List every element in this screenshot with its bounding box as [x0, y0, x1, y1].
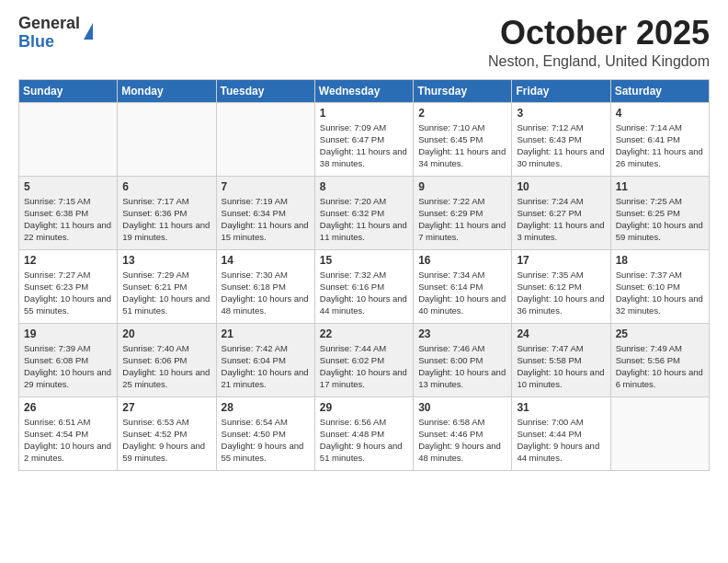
day-cell: 1Sunrise: 7:09 AM Sunset: 6:47 PM Daylig…	[314, 102, 413, 176]
day-cell: 28Sunrise: 6:54 AM Sunset: 4:50 PM Dayli…	[216, 396, 314, 470]
day-number: 28	[222, 401, 310, 414]
day-cell: 10Sunrise: 7:24 AM Sunset: 6:27 PM Dayli…	[512, 176, 610, 249]
day-number: 22	[320, 327, 408, 340]
day-cell: 21Sunrise: 7:42 AM Sunset: 6:04 PM Dayli…	[216, 323, 314, 396]
day-info: Sunrise: 7:47 AM Sunset: 5:58 PM Dayligh…	[517, 342, 605, 391]
day-cell: 23Sunrise: 7:46 AM Sunset: 6:00 PM Dayli…	[414, 323, 512, 396]
day-cell: 16Sunrise: 7:34 AM Sunset: 6:14 PM Dayli…	[414, 249, 512, 323]
day-info: Sunrise: 7:17 AM Sunset: 6:36 PM Dayligh…	[122, 195, 210, 244]
day-number: 2	[418, 107, 506, 120]
day-cell: 14Sunrise: 7:30 AM Sunset: 6:18 PM Dayli…	[216, 249, 314, 323]
logo-text: General Blue	[18, 15, 80, 52]
day-info: Sunrise: 7:37 AM Sunset: 6:10 PM Dayligh…	[616, 269, 704, 317]
day-number: 29	[320, 401, 408, 414]
day-number: 9	[418, 180, 506, 193]
day-info: Sunrise: 7:14 AM Sunset: 6:41 PM Dayligh…	[616, 121, 704, 170]
day-info: Sunrise: 6:56 AM Sunset: 4:48 PM Dayligh…	[320, 416, 408, 465]
day-info: Sunrise: 7:34 AM Sunset: 6:14 PM Dayligh…	[418, 269, 506, 317]
day-cell: 20Sunrise: 7:40 AM Sunset: 6:06 PM Dayli…	[118, 323, 216, 396]
day-cell: 6Sunrise: 7:17 AM Sunset: 6:36 PM Daylig…	[118, 176, 216, 249]
header-wednesday: Wednesday	[314, 79, 413, 102]
month-title: October 2025	[488, 15, 710, 52]
day-cell: 24Sunrise: 7:47 AM Sunset: 5:58 PM Dayli…	[512, 323, 610, 396]
day-info: Sunrise: 7:00 AM Sunset: 4:44 PM Dayligh…	[517, 416, 605, 465]
day-info: Sunrise: 7:49 AM Sunset: 5:56 PM Dayligh…	[616, 342, 704, 391]
day-number: 31	[517, 401, 605, 414]
day-info: Sunrise: 6:53 AM Sunset: 4:52 PM Dayligh…	[122, 416, 210, 465]
day-number: 26	[24, 401, 112, 414]
day-cell: 26Sunrise: 6:51 AM Sunset: 4:54 PM Dayli…	[19, 396, 118, 470]
day-number: 1	[320, 107, 408, 120]
day-number: 17	[517, 254, 605, 267]
day-info: Sunrise: 7:09 AM Sunset: 6:47 PM Dayligh…	[320, 121, 408, 170]
page: General Blue October 2025 Neston, Englan…	[0, 0, 728, 563]
day-cell: 2Sunrise: 7:10 AM Sunset: 6:45 PM Daylig…	[414, 102, 512, 176]
header-tuesday: Tuesday	[216, 79, 314, 102]
day-cell: 15Sunrise: 7:32 AM Sunset: 6:16 PM Dayli…	[314, 249, 413, 323]
location: Neston, England, United Kingdom	[488, 53, 710, 70]
day-cell: 4Sunrise: 7:14 AM Sunset: 6:41 PM Daylig…	[610, 102, 709, 176]
day-number: 3	[517, 107, 605, 120]
day-number: 19	[24, 327, 112, 340]
day-number: 25	[616, 327, 704, 340]
day-cell	[610, 396, 709, 470]
logo-mark: General Blue	[18, 15, 93, 52]
day-number: 10	[517, 180, 605, 193]
calendar: Sunday Monday Tuesday Wednesday Thursday…	[18, 79, 710, 471]
day-info: Sunrise: 7:24 AM Sunset: 6:27 PM Dayligh…	[517, 195, 605, 244]
logo-triangle-icon	[84, 23, 93, 40]
day-info: Sunrise: 7:39 AM Sunset: 6:08 PM Dayligh…	[24, 342, 112, 391]
day-info: Sunrise: 7:27 AM Sunset: 6:23 PM Dayligh…	[24, 269, 112, 317]
day-info: Sunrise: 7:12 AM Sunset: 6:43 PM Dayligh…	[517, 121, 605, 170]
day-number: 21	[222, 327, 310, 340]
day-cell: 31Sunrise: 7:00 AM Sunset: 4:44 PM Dayli…	[512, 396, 610, 470]
day-cell: 12Sunrise: 7:27 AM Sunset: 6:23 PM Dayli…	[19, 249, 118, 323]
logo: General Blue	[18, 15, 93, 52]
day-cell: 27Sunrise: 6:53 AM Sunset: 4:52 PM Dayli…	[118, 396, 216, 470]
header: General Blue October 2025 Neston, Englan…	[18, 15, 710, 70]
weekday-header-row: Sunday Monday Tuesday Wednesday Thursday…	[19, 79, 710, 102]
day-number: 16	[418, 254, 506, 267]
day-number: 15	[320, 254, 408, 267]
day-info: Sunrise: 7:35 AM Sunset: 6:12 PM Dayligh…	[517, 269, 605, 317]
day-cell: 3Sunrise: 7:12 AM Sunset: 6:43 PM Daylig…	[512, 102, 610, 176]
day-number: 30	[418, 401, 506, 414]
day-info: Sunrise: 6:54 AM Sunset: 4:50 PM Dayligh…	[222, 416, 310, 465]
day-number: 12	[24, 254, 112, 267]
week-row-3: 12Sunrise: 7:27 AM Sunset: 6:23 PM Dayli…	[19, 249, 710, 323]
week-row-2: 5Sunrise: 7:15 AM Sunset: 6:38 PM Daylig…	[19, 176, 710, 249]
day-info: Sunrise: 7:22 AM Sunset: 6:29 PM Dayligh…	[418, 195, 506, 244]
day-info: Sunrise: 7:40 AM Sunset: 6:06 PM Dayligh…	[122, 342, 210, 391]
week-row-4: 19Sunrise: 7:39 AM Sunset: 6:08 PM Dayli…	[19, 323, 710, 396]
logo-blue: Blue	[18, 33, 80, 52]
day-info: Sunrise: 6:51 AM Sunset: 4:54 PM Dayligh…	[24, 416, 112, 465]
day-info: Sunrise: 7:32 AM Sunset: 6:16 PM Dayligh…	[320, 269, 408, 317]
day-cell: 7Sunrise: 7:19 AM Sunset: 6:34 PM Daylig…	[216, 176, 314, 249]
day-cell: 19Sunrise: 7:39 AM Sunset: 6:08 PM Dayli…	[19, 323, 118, 396]
week-row-1: 1Sunrise: 7:09 AM Sunset: 6:47 PM Daylig…	[19, 102, 710, 176]
day-info: Sunrise: 7:42 AM Sunset: 6:04 PM Dayligh…	[222, 342, 310, 391]
day-cell: 18Sunrise: 7:37 AM Sunset: 6:10 PM Dayli…	[610, 249, 709, 323]
header-sunday: Sunday	[19, 79, 118, 102]
header-monday: Monday	[118, 79, 216, 102]
title-block: October 2025 Neston, England, United Kin…	[488, 15, 710, 70]
day-cell: 25Sunrise: 7:49 AM Sunset: 5:56 PM Dayli…	[610, 323, 709, 396]
day-cell: 8Sunrise: 7:20 AM Sunset: 6:32 PM Daylig…	[314, 176, 413, 249]
day-info: Sunrise: 7:20 AM Sunset: 6:32 PM Dayligh…	[320, 195, 408, 244]
day-info: Sunrise: 7:46 AM Sunset: 6:00 PM Dayligh…	[418, 342, 506, 391]
day-number: 20	[122, 327, 210, 340]
day-cell: 22Sunrise: 7:44 AM Sunset: 6:02 PM Dayli…	[314, 323, 413, 396]
day-number: 14	[222, 254, 310, 267]
logo-general: General	[18, 15, 80, 33]
day-info: Sunrise: 6:58 AM Sunset: 4:46 PM Dayligh…	[418, 416, 506, 465]
header-friday: Friday	[512, 79, 610, 102]
day-number: 27	[122, 401, 210, 414]
day-cell: 11Sunrise: 7:25 AM Sunset: 6:25 PM Dayli…	[610, 176, 709, 249]
day-cell: 17Sunrise: 7:35 AM Sunset: 6:12 PM Dayli…	[512, 249, 610, 323]
day-number: 13	[122, 254, 210, 267]
day-number: 23	[418, 327, 506, 340]
day-number: 18	[616, 254, 704, 267]
day-cell: 5Sunrise: 7:15 AM Sunset: 6:38 PM Daylig…	[19, 176, 118, 249]
day-cell	[19, 102, 118, 176]
day-cell: 29Sunrise: 6:56 AM Sunset: 4:48 PM Dayli…	[314, 396, 413, 470]
